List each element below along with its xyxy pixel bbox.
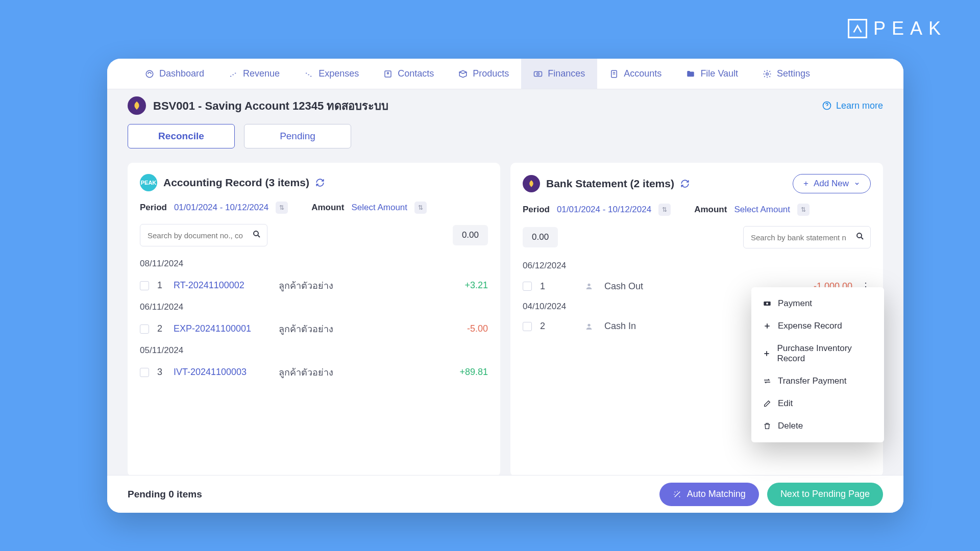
doc-link[interactable]: IVT-20241100003	[174, 367, 271, 378]
checkbox[interactable]	[140, 281, 149, 290]
nav-dashboard[interactable]: Dashboard	[133, 59, 216, 89]
tab-reconcile[interactable]: Reconcile	[128, 124, 235, 148]
row-index: 1	[157, 280, 165, 291]
nav-label: Revenue	[243, 68, 280, 79]
brand-logo: PEAK	[848, 18, 947, 39]
button-label: Auto Matching	[687, 489, 746, 499]
nav-label: Settings	[777, 68, 810, 79]
learn-more-label: Learn more	[836, 101, 883, 111]
sort-icon[interactable]: ⇅	[414, 202, 427, 214]
sort-icon[interactable]: ⇅	[658, 204, 671, 216]
chevron-down-icon	[854, 181, 860, 187]
menu-expense-record[interactable]: Expense Record	[751, 315, 884, 337]
next-pending-button[interactable]: Next to Pending Page	[767, 483, 883, 506]
list-item[interactable]: 2 EXP-20241100001 ลูกค้าตัวอย่าง -5.00	[128, 317, 500, 340]
panel-title: Accounting Record (3 items)	[163, 177, 309, 189]
doc-link[interactable]: EXP-20241100001	[174, 323, 271, 334]
checkbox[interactable]	[523, 322, 532, 331]
amount-value[interactable]: Select Amount	[351, 203, 407, 213]
person-icon	[585, 282, 593, 290]
transfer-icon	[763, 377, 772, 385]
top-nav: Dashboard Revenue Expenses Contacts Prod…	[107, 59, 903, 89]
tab-label: Reconcile	[158, 131, 204, 142]
period-value[interactable]: 01/01/2024 - 10/12/2024	[174, 203, 268, 213]
row-index: 3	[157, 367, 165, 378]
tab-pending[interactable]: Pending	[244, 124, 351, 148]
refresh-icon[interactable]	[315, 178, 325, 187]
contact-name: ลูกค้าตัวอย่าง	[279, 278, 456, 293]
search-icon[interactable]	[252, 230, 261, 239]
search-input[interactable]	[140, 224, 267, 246]
amount-value[interactable]: Select Amount	[734, 205, 790, 215]
plus-icon: +	[803, 179, 808, 189]
total-chip: 0.00	[453, 225, 488, 245]
search-input-wrap	[140, 224, 267, 246]
products-icon	[458, 69, 468, 79]
nav-label: Dashboard	[159, 68, 204, 79]
contacts-icon	[383, 69, 393, 79]
trash-icon	[763, 422, 772, 430]
row-index: 1	[540, 281, 548, 292]
checkbox[interactable]	[140, 368, 149, 377]
tabs: Reconcile Pending	[107, 115, 903, 148]
svg-point-11	[587, 323, 590, 326]
menu-purchase-inventory[interactable]: Purchase Inventory Record	[751, 337, 884, 370]
checkbox[interactable]	[140, 324, 149, 334]
doc-link[interactable]: RT-20241100002	[174, 280, 271, 291]
checkbox[interactable]	[523, 282, 532, 291]
amount: +89.81	[459, 367, 488, 378]
nav-label: File Vault	[700, 68, 738, 79]
menu-edit[interactable]: Edit	[751, 392, 884, 415]
contact-name: ลูกค้าตัวอย่าง	[279, 321, 459, 336]
plus-icon	[763, 322, 772, 330]
total-chip: 0.00	[523, 227, 558, 247]
folder-icon	[686, 69, 695, 79]
nav-expenses[interactable]: Expenses	[292, 59, 371, 89]
page-title: BSV001 - Saving Account 12345 ทดสอบระบบ	[153, 97, 388, 115]
learn-more-link[interactable]: Learn more	[822, 101, 883, 111]
nav-accounts[interactable]: Accounts	[597, 59, 674, 89]
nav-label: Accounts	[624, 68, 662, 79]
menu-label: Delete	[778, 421, 803, 431]
svg-point-10	[587, 284, 590, 286]
add-new-button[interactable]: + Add New	[793, 174, 871, 193]
amount: -5.00	[467, 323, 488, 334]
menu-transfer-payment[interactable]: Transfer Payment	[751, 370, 884, 392]
list-item[interactable]: 3 IVT-20241100003 ลูกค้าตัวอย่าง +89.81	[128, 361, 500, 384]
menu-label: Transfer Payment	[778, 376, 846, 386]
period-label: Period	[140, 203, 167, 213]
amount-label: Amount	[311, 203, 344, 213]
nav-settings[interactable]: Settings	[750, 59, 822, 89]
menu-payment[interactable]: Payment	[751, 292, 884, 315]
period-label: Period	[523, 205, 550, 215]
nav-label: Products	[473, 68, 509, 79]
sort-icon[interactable]: ⇅	[797, 204, 810, 216]
nav-label: Finances	[548, 68, 585, 79]
nav-products[interactable]: Products	[446, 59, 521, 89]
period-value[interactable]: 01/01/2024 - 10/12/2024	[557, 205, 651, 215]
nav-finances[interactable]: Finances	[521, 59, 597, 89]
wand-icon	[673, 490, 682, 499]
page-subheader: BSV001 - Saving Account 12345 ทดสอบระบบ …	[107, 89, 903, 115]
app-window: Dashboard Revenue Expenses Contacts Prod…	[107, 59, 903, 513]
sort-icon[interactable]: ⇅	[276, 202, 288, 214]
panel-title: Bank Statement (2 items)	[546, 178, 674, 190]
search-input[interactable]	[743, 226, 871, 248]
add-new-label: Add New	[814, 179, 849, 189]
edit-icon	[763, 399, 772, 408]
nav-contacts[interactable]: Contacts	[371, 59, 446, 89]
list-item[interactable]: 1 RT-20241100002 ลูกค้าตัวอย่าง +3.21	[128, 274, 500, 297]
gear-icon	[763, 69, 772, 79]
refresh-icon[interactable]	[680, 179, 690, 188]
date-group: 06/12/2024	[510, 256, 883, 276]
pending-count: Pending 0 items	[128, 489, 202, 500]
person-icon	[585, 322, 593, 331]
menu-label: Payment	[778, 298, 812, 309]
nav-filevault[interactable]: File Vault	[674, 59, 750, 89]
search-icon[interactable]	[855, 232, 865, 241]
auto-matching-button[interactable]: Auto Matching	[659, 483, 759, 506]
nav-revenue[interactable]: Revenue	[216, 59, 292, 89]
menu-delete[interactable]: Delete	[751, 415, 884, 437]
svg-point-13	[766, 303, 768, 305]
peak-icon: PEAK	[140, 174, 157, 191]
